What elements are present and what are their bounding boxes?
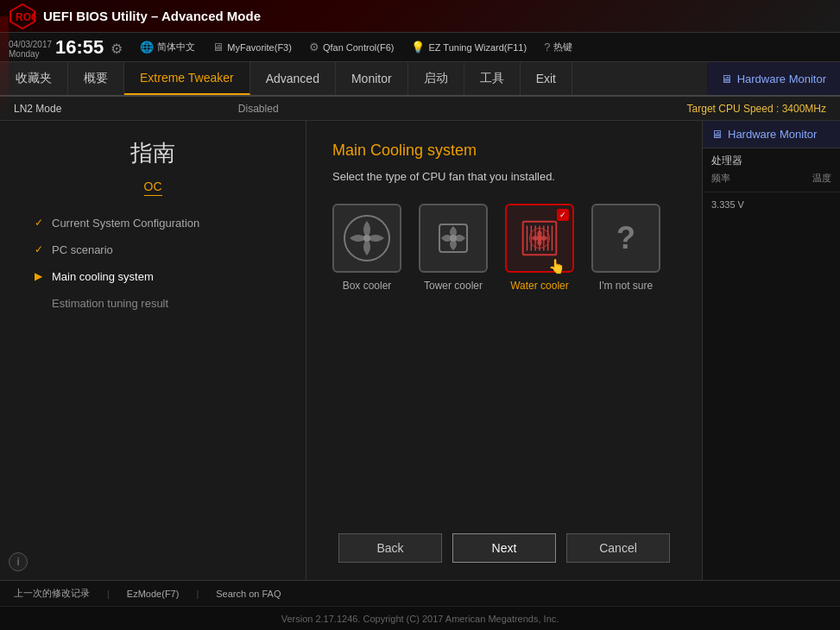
right-panel: Main Cooling system Select the type of C… [306,121,702,580]
temp-header: 温度 [812,172,831,185]
step-label-1: Current System Configuration [52,217,199,230]
target-cpu-speed: Target CPU Speed : 3400MHz [687,103,826,115]
ez-mode-link[interactable]: EzMode(F7) [127,589,180,599]
language-label: 简体中文 [157,41,195,54]
qfan-item[interactable]: ⚙ Qfan Control(F6) [309,41,395,54]
unsure-icon[interactable]: ? [591,204,660,273]
rog-logo: ROG [9,3,36,30]
fan-icon: ⚙ [309,41,319,54]
oc-label: OC [144,180,162,196]
guide-title: 指南 [0,138,306,168]
hotkey-label: 热键 [553,41,572,54]
hardware-monitor-nav[interactable]: 🖥 Hardware Monitor [707,62,840,95]
monitor-icon: 🖥 [212,41,224,54]
step-check-2: ✓ [35,243,45,255]
step-current-config: ✓ Current System Configuration [35,217,288,230]
info-icon[interactable]: i [9,552,28,571]
app-title: UEFI BIOS Utility – Advanced Mode [43,9,831,23]
step-main-cooling: ▶ Main cooling system [35,270,288,283]
water-cooler-label: Water cooler [510,280,569,292]
freq-header: 频率 [711,172,730,185]
cpu-section-title: 处理器 [711,154,831,168]
history-link[interactable]: 上一次的修改记录 [14,587,90,600]
step-label-2: PC scenario [52,243,113,256]
top-bar: ROG UEFI BIOS Utility – Advanced Mode [0,0,840,33]
step-check-1: ✓ [35,217,45,229]
search-faq-link[interactable]: Search on FAQ [216,589,281,599]
water-cooler-option[interactable]: ✓ [505,204,574,292]
cpu-header-row: 频率 温度 [711,172,831,185]
nav-favorites[interactable]: 收藏夹 [0,62,68,95]
box-cooler-icon[interactable] [332,204,401,273]
wizard-steps: ✓ Current System Configuration ✓ PC scen… [0,217,306,310]
box-cooler-svg [341,212,393,264]
nav-boot[interactable]: 启动 [408,62,464,95]
step-arrow-3: ▶ [35,270,45,282]
step-label-4: Estimation tuning result [52,297,168,310]
oc-tab[interactable]: OC [0,179,306,196]
step-pc-scenario: ✓ PC scenario [35,243,288,256]
ln2-value: Disabled [238,103,687,115]
nav-extreme-tweaker[interactable]: Extreme Tweaker [124,62,250,95]
left-panel: 指南 OC ✓ Current System Configuration ✓ P… [0,121,306,580]
tower-cooler-icon[interactable] [419,204,488,273]
nav-tools[interactable]: 工具 [464,62,521,95]
step-estimation: Estimation tuning result [35,297,288,310]
action-buttons: Back Next Cancel [306,533,702,563]
footer-bar: Version 2.17.1246. Copyright (C) 2017 Am… [0,606,840,630]
unsure-option[interactable]: ? I'm not sure [591,204,660,292]
ln2-mode-label: LN2 Mode [14,103,238,115]
key-icon: ? [544,41,550,54]
voltage-33-value: 3.335 V [711,199,744,210]
box-cooler-option[interactable]: Box cooler [332,204,401,292]
tower-cooler-option[interactable]: Tower cooler [419,204,488,292]
cancel-button[interactable]: Cancel [566,533,670,563]
date-display: 04/03/2017Monday [9,40,52,59]
hw-monitor-title: 🖥 Hardware Monitor [703,121,840,148]
nav-exit[interactable]: Exit [521,62,572,95]
bottom-bar: 上一次的修改记录 | EzMode(F7) | Search on FAQ [0,580,840,606]
next-button[interactable]: Next [452,533,556,563]
qfan-label: Qfan Control(F6) [323,42,395,53]
voltage-row-33: 3.335 V [711,199,831,210]
ez-tuning-label: EZ Tuning Wizard(F11) [428,42,527,53]
main-content: 指南 OC ✓ Current System Configuration ✓ P… [0,121,840,580]
cpu-section: 处理器 频率 温度 [703,148,840,192]
settings-icon[interactable]: ⚙ [111,41,123,57]
tower-cooler-svg [427,212,479,264]
nav-monitor[interactable]: Monitor [336,62,408,95]
ez-tuning-item[interactable]: 💡 EZ Tuning Wizard(F11) [411,41,527,54]
svg-text:ROG: ROG [16,11,36,23]
hardware-monitor-label: Hardware Monitor [737,72,826,85]
water-cooler-icon[interactable]: ✓ [505,204,574,273]
step-label-3: Main cooling system [52,270,154,283]
tower-cooler-label: Tower cooler [424,280,483,292]
favorite-item[interactable]: 🖥 MyFavorite(F3) [212,41,292,54]
cursor-hand: 👆 [548,258,565,274]
unsure-label: I'm not sure [599,280,653,292]
status-bar: LN2 Mode Disabled Target CPU Speed : 340… [0,97,840,121]
hotkey-item[interactable]: ? 热键 [544,41,572,54]
favorite-label: MyFavorite(F3) [227,42,292,53]
hw-monitor-label: Hardware Monitor [728,128,817,141]
nav-advanced[interactable]: Advanced [250,62,336,95]
monitor-nav-icon: 🖥 [721,72,732,85]
separator-1: | [107,589,110,599]
hw-monitor-panel: 🖥 Hardware Monitor 处理器 频率 温度 3.335 V [702,121,840,580]
back-button[interactable]: Back [338,533,442,563]
selected-indicator: ✓ [557,209,569,221]
sys-bar: 04/03/2017Monday 16:55 ⚙ 🌐 简体中文 🖥 MyFavo… [0,33,840,62]
hw-monitor-icon: 🖥 [711,128,723,141]
bolt-icon: 💡 [411,41,425,54]
globe-icon: 🌐 [140,41,154,54]
section-title: Main Cooling system [332,142,676,160]
voltage-section: 3.335 V [703,192,840,217]
language-item[interactable]: 🌐 简体中文 [140,41,195,54]
section-desc: Select the type of CPU fan that you inst… [332,170,676,183]
question-mark: ? [616,220,635,256]
time-display: 16:55 [55,36,104,59]
separator-2: | [196,589,199,599]
cooler-options: Box cooler Tower cooler [332,204,676,292]
nav-overview[interactable]: 概要 [68,62,124,95]
box-cooler-label: Box cooler [343,280,392,292]
